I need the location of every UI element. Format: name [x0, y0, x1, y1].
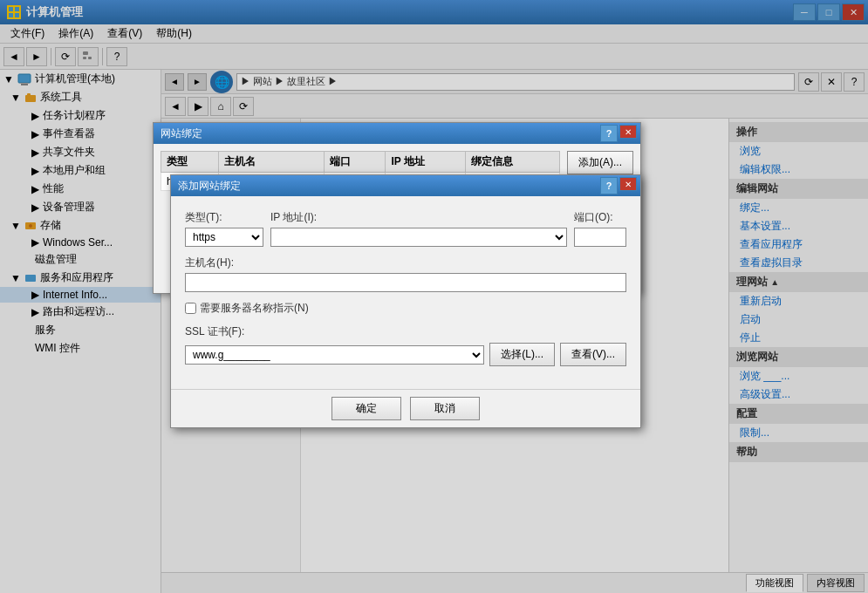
type-select[interactable]: https http: [185, 228, 263, 247]
ssl-row: www.g________ 选择(L)... 查看(V)...: [185, 343, 626, 366]
add-binding-dialog: 添加网站绑定 ? ✕ 类型(T): https http IP 地址(I):: [170, 174, 641, 428]
website-binding-title: 网站绑定: [161, 126, 202, 141]
ip-label: IP 地址(I):: [270, 210, 567, 225]
hostname-group: 主机名(H):: [185, 256, 626, 292]
website-binding-controls: ? ✕: [600, 125, 637, 142]
sni-checkbox[interactable]: [185, 303, 196, 314]
add-binding-close-btn[interactable]: ✕: [619, 177, 637, 191]
hostname-label: 主机名(H):: [185, 256, 626, 270]
hostname-input[interactable]: [185, 273, 626, 292]
type-label: 类型(T):: [185, 210, 263, 225]
website-binding-help-btn[interactable]: ?: [600, 125, 618, 142]
add-binding-content: 类型(T): https http IP 地址(I): 端口(O):: [171, 196, 640, 389]
ssl-select[interactable]: www.g________: [185, 345, 484, 365]
th-ip: IP 地址: [386, 152, 465, 173]
port-group: 端口(O):: [574, 210, 626, 247]
ssl-label: SSL 证书(F):: [185, 324, 626, 339]
dialog-overlay: 网站绑定 ? ✕ 类型 主机名 端口 IP 地址: [0, 0, 868, 593]
ip-group: IP 地址(I):: [270, 210, 567, 247]
ssl-select-btn[interactable]: 选择(L)...: [489, 343, 555, 366]
type-group: 类型(T): https http: [185, 210, 263, 247]
th-type: 类型: [161, 152, 219, 173]
th-port: 端口: [324, 152, 385, 173]
add-binding-controls: ? ✕: [600, 177, 637, 194]
ok-btn[interactable]: 确定: [331, 397, 401, 420]
type-ip-port-row: 类型(T): https http IP 地址(I): 端口(O):: [185, 210, 626, 247]
add-binding-help-btn[interactable]: ?: [600, 177, 618, 194]
add-binding-btn[interactable]: 添加(A)...: [567, 151, 633, 174]
ssl-view-btn[interactable]: 查看(V)...: [560, 343, 626, 366]
add-binding-title: 添加网站绑定: [178, 179, 241, 194]
add-binding-titlebar: 添加网站绑定 ? ✕: [171, 175, 640, 196]
port-label: 端口(O):: [574, 210, 626, 225]
cancel-btn[interactable]: 取消: [410, 397, 480, 420]
ssl-section: SSL 证书(F): www.g________ 选择(L)... 查看(V).…: [185, 324, 626, 366]
th-hostname: 主机名: [218, 152, 324, 173]
ip-select[interactable]: [270, 228, 567, 247]
website-binding-titlebar: 网站绑定 ? ✕: [154, 123, 640, 144]
th-binding-info: 绑定信息: [465, 152, 559, 173]
sni-row: 需要服务器名称指示(N): [185, 301, 626, 316]
website-binding-close-btn[interactable]: ✕: [619, 125, 637, 139]
add-binding-footer: 确定 取消: [171, 389, 640, 427]
port-input[interactable]: [574, 228, 626, 247]
sni-label: 需要服务器名称指示(N): [200, 301, 309, 316]
